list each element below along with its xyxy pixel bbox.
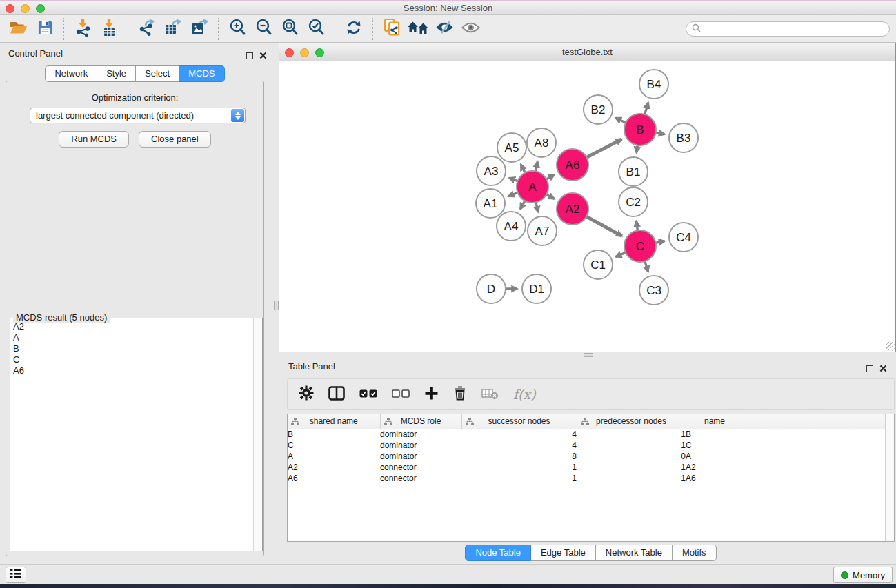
- table-settings-button[interactable]: [299, 385, 314, 403]
- node-label-D: D: [487, 283, 495, 296]
- table-row[interactable]: Bdominator41B: [288, 429, 885, 440]
- column-header-MCDS-role[interactable]: MCDS role: [380, 414, 461, 429]
- minimize-window-button[interactable]: [21, 4, 30, 13]
- column-header-predecessor-nodes[interactable]: predecessor nodes: [577, 414, 686, 429]
- zoom-selected-button[interactable]: [303, 17, 329, 41]
- deselect-all-columns-button[interactable]: [392, 388, 410, 401]
- table-row[interactable]: A2connector11A2: [288, 462, 885, 473]
- close-view-button[interactable]: [285, 48, 294, 57]
- network-canvas[interactable]: B4B2BB3A5A8A6A3B1AA1C2A2A4A7CC4C1C3DD1: [279, 62, 895, 352]
- new-network-from-selection-button[interactable]: [379, 17, 405, 41]
- tab-mcds[interactable]: MCDS: [179, 65, 224, 82]
- add-column-button[interactable]: [424, 386, 439, 403]
- titlebar: Session: New Session: [0, 1, 896, 15]
- zoom-window-button[interactable]: [36, 4, 45, 13]
- table-scrollbar[interactable]: [885, 414, 894, 541]
- column-header-successor-nodes[interactable]: successor nodes: [461, 414, 577, 429]
- result-item[interactable]: C: [13, 354, 250, 365]
- run-mcds-button[interactable]: Run MCDS: [59, 131, 129, 148]
- function-builder-button[interactable]: f(x): [513, 387, 536, 402]
- select-all-columns-button[interactable]: [359, 388, 377, 401]
- node-label-A8: A8: [535, 136, 549, 150]
- hide-graphics-details-button[interactable]: [431, 17, 457, 41]
- save-session-button[interactable]: [32, 17, 58, 41]
- result-item[interactable]: B: [13, 343, 250, 354]
- column-header-shared-name[interactable]: shared name: [288, 414, 380, 429]
- node-label-A2: A2: [566, 203, 580, 216]
- window-resize-grip[interactable]: [886, 342, 895, 351]
- import-table-button[interactable]: [96, 17, 122, 41]
- zoom-fit-button[interactable]: [277, 17, 303, 41]
- tab-motifs[interactable]: Motifs: [673, 545, 717, 561]
- close-panel-icon[interactable]: [259, 50, 267, 62]
- toolbar-separator: [128, 18, 128, 40]
- float-table-panel-icon[interactable]: [866, 365, 873, 372]
- status-bar: Memory: [0, 564, 896, 584]
- control-panel-title: Control Panel: [8, 48, 63, 59]
- result-item[interactable]: A6: [13, 365, 250, 376]
- zoom-out-button[interactable]: [250, 17, 277, 41]
- mcds-buttons-row: Run MCDS Close panel: [6, 131, 264, 148]
- table-row[interactable]: A6connector11A6: [288, 473, 885, 484]
- float-panel-icon[interactable]: [246, 52, 253, 59]
- tab-select[interactable]: Select: [136, 65, 179, 82]
- memory-label: Memory: [853, 570, 885, 580]
- mcds-result-box: MCDS result (5 nodes) A2ABCA6: [10, 318, 263, 551]
- mcds-result-list[interactable]: A2ABCA6: [10, 320, 252, 551]
- result-item[interactable]: A: [13, 332, 250, 343]
- node-label-A3: A3: [484, 165, 499, 178]
- panel-menu-button[interactable]: [6, 567, 26, 583]
- delete-table-button[interactable]: [481, 387, 499, 403]
- open-session-button[interactable]: [6, 17, 32, 41]
- column-header-name[interactable]: name: [686, 414, 744, 429]
- window-title: Session: New Session: [0, 1, 896, 14]
- control-panel-window-controls: [246, 50, 267, 62]
- column-mode-button[interactable]: [328, 386, 345, 403]
- table-row[interactable]: Cdominator41C: [288, 440, 885, 451]
- zoom-out-icon: [255, 19, 272, 39]
- tab-edge-table[interactable]: Edge Table: [531, 545, 596, 561]
- criterion-value: largest connected component (directed): [36, 110, 194, 121]
- tab-style[interactable]: Style: [97, 65, 136, 82]
- refresh-icon: [346, 19, 362, 39]
- tab-node-table[interactable]: Node Table: [465, 545, 531, 561]
- memory-button[interactable]: Memory: [833, 567, 893, 583]
- import-network-button[interactable]: [70, 17, 96, 41]
- apply-layout-button[interactable]: [341, 17, 367, 41]
- duplicate-network-icon: [384, 18, 401, 39]
- network-view-title: testGlobe.txt: [279, 43, 895, 61]
- first-neighbors-button[interactable]: [405, 17, 431, 41]
- zoom-view-button[interactable]: [315, 48, 324, 57]
- memory-status-icon: [841, 571, 848, 579]
- table-row[interactable]: Adominator80A: [288, 451, 885, 462]
- export-image-button[interactable]: [186, 17, 212, 41]
- zoom-in-button[interactable]: [224, 17, 250, 41]
- show-graphics-details-button[interactable]: [457, 17, 484, 41]
- export-image-icon: [190, 19, 209, 39]
- close-window-button[interactable]: [6, 4, 14, 13]
- result-item[interactable]: A2: [13, 321, 250, 332]
- tab-network[interactable]: Network: [45, 65, 97, 82]
- search-input[interactable]: [704, 23, 889, 34]
- minimize-view-button[interactable]: [300, 48, 309, 57]
- delete-columns-button[interactable]: [453, 385, 467, 403]
- vertical-divider-handle[interactable]: [274, 301, 279, 310]
- close-panel-button[interactable]: Close panel: [139, 131, 211, 148]
- export-table-button[interactable]: [160, 17, 186, 41]
- node-label-B1: B1: [626, 165, 641, 179]
- export-network-button[interactable]: [134, 17, 160, 41]
- control-panel-tabs: NetworkStyleSelectMCDS: [6, 65, 264, 82]
- toolbar-separator: [63, 18, 64, 40]
- tab-network-table[interactable]: Network Table: [596, 545, 673, 561]
- node-table[interactable]: shared nameMCDS rolesuccessor nodesprede…: [287, 414, 895, 542]
- zoom-selected-icon: [308, 19, 325, 39]
- search-icon: [692, 23, 701, 35]
- import-network-icon: [74, 19, 92, 39]
- table-panel-tabs: Node TableEdge TableNetwork TableMotifs: [287, 545, 895, 561]
- criterion-dropdown[interactable]: largest connected component (directed): [30, 108, 246, 123]
- horizontal-divider-handle[interactable]: [584, 353, 593, 357]
- close-table-panel-icon[interactable]: [879, 363, 887, 375]
- search-field[interactable]: [686, 21, 890, 37]
- attribute-tree-icon: [581, 418, 589, 427]
- result-scrollbar[interactable]: [253, 318, 262, 551]
